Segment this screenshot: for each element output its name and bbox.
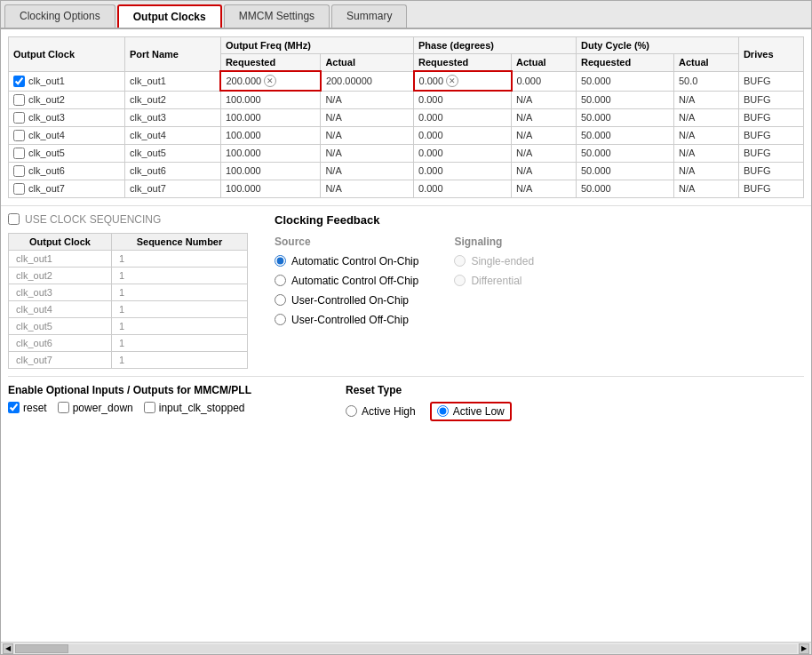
row1-output-clock: clk_out1 (9, 71, 125, 91)
row7-checkbox[interactable] (13, 183, 25, 195)
source-auto-on-chip: Automatic Control On-Chip (275, 255, 418, 268)
clock-table-section: Output Clock Port Name Output Freq (MHz)… (1, 29, 811, 202)
row2-duty-req: 50.000 (576, 91, 673, 108)
tab-clocking-options[interactable]: Clocking Options (4, 4, 115, 28)
row5-duty-actual: N/A (673, 144, 738, 162)
row4-port-name: clk_out4 (124, 126, 220, 144)
seq-col2-header: Sequence Number (111, 233, 247, 250)
row1-freq-req-cell[interactable]: 200.000 ✕ (220, 71, 320, 91)
reset-type-title: Reset Type (346, 384, 804, 396)
row4-drives: BUFG (738, 126, 803, 144)
row5-checkbox[interactable] (13, 148, 25, 159)
row4-freq-actual: N/A (321, 126, 414, 144)
signaling-label: Signaling (454, 236, 534, 248)
tab-summary[interactable]: Summary (331, 4, 407, 28)
row4-output-clock: clk_out4 (9, 126, 125, 144)
row2-drives: BUFG (738, 91, 803, 108)
row2-freq-req: 100.000 (220, 91, 320, 108)
horizontal-scrollbar: ◀ ▶ (1, 642, 811, 654)
seq-row: clk_out71 (9, 351, 248, 368)
col-sub-duty-req: Requested (576, 54, 673, 72)
col-sub-freq-req: Requested (220, 54, 320, 72)
row3-duty-actual: N/A (673, 108, 738, 126)
row1-phase-clear-icon[interactable]: ✕ (446, 75, 458, 87)
scroll-right-arrow[interactable]: ▶ (799, 643, 809, 654)
check-input-clk-stopped-input[interactable] (144, 402, 155, 413)
row3-freq-actual: N/A (321, 108, 414, 126)
row7-duty-req: 50.000 (576, 180, 673, 197)
signaling-single-ended-radio[interactable] (454, 255, 466, 267)
row6-checkbox[interactable] (13, 165, 25, 177)
bottom-section: USE CLOCK SEQUENCING Output Clock Sequen… (1, 205, 811, 376)
col-sub-phase-act: Actual (512, 54, 577, 72)
source-user-on-chip-radio[interactable] (275, 294, 286, 306)
row2-freq-actual: N/A (321, 91, 414, 108)
row2-duty-actual: N/A (673, 91, 738, 108)
optional-left: Enable Optional Inputs / Outputs for MMC… (8, 384, 346, 414)
reset-options: Active High Active Low (346, 402, 804, 421)
row4-phase-actual: N/A (512, 126, 577, 144)
row5-phase-req: 0.000 (414, 144, 512, 162)
col-header-drives: Drives (738, 37, 803, 72)
row4-checkbox[interactable] (13, 130, 25, 141)
scroll-left-arrow[interactable]: ◀ (3, 643, 13, 654)
row6-drives: BUFG (738, 162, 803, 180)
seq-row: clk_out51 (9, 317, 248, 334)
content-area: Output Clock Port Name Output Freq (MHz)… (1, 29, 811, 642)
source-radio-group: Automatic Control On-Chip Automatic Cont… (275, 255, 418, 326)
row4-duty-actual: N/A (673, 126, 738, 144)
table-row: clk_out3 clk_out3 100.000 N/A 0.000 N/A … (9, 108, 804, 126)
check-reset-input[interactable] (8, 402, 20, 413)
row7-freq-actual: N/A (321, 180, 414, 197)
row3-phase-actual: N/A (512, 108, 577, 126)
scroll-thumb[interactable] (15, 644, 68, 653)
source-auto-off-chip-radio[interactable] (275, 275, 286, 286)
optional-right: Reset Type Active High Active Low (346, 384, 804, 421)
reset-active-low-radio[interactable] (437, 405, 449, 417)
row1-freq-clear-icon[interactable]: ✕ (264, 75, 276, 87)
row5-port-name: clk_out5 (124, 144, 220, 162)
row1-phase-req-cell[interactable]: 0.000 ✕ (414, 71, 512, 91)
main-container: Clocking Options Output Clocks MMCM Sett… (0, 0, 812, 655)
seq-row: clk_out41 (9, 300, 248, 317)
check-reset: reset (8, 402, 47, 414)
optional-section: Enable Optional Inputs / Outputs for MMC… (1, 377, 811, 428)
use-clock-seq-checkbox[interactable] (8, 213, 20, 225)
row3-checkbox[interactable] (13, 112, 25, 124)
check-power-down-input[interactable] (58, 402, 69, 413)
reset-active-high-radio[interactable] (346, 405, 357, 417)
seq-table: Output Clock Sequence Number clk_out11 c… (8, 233, 248, 369)
row3-port-name: clk_out3 (124, 108, 220, 126)
row7-freq-req: 100.000 (220, 180, 320, 197)
row6-freq-req: 100.000 (220, 162, 320, 180)
signaling-differential-radio[interactable] (454, 275, 466, 286)
seq-col1-header: Output Clock (9, 233, 112, 250)
row6-phase-req: 0.000 (414, 162, 512, 180)
row5-freq-actual: N/A (321, 144, 414, 162)
clock-table: Output Clock Port Name Output Freq (MHz)… (8, 36, 804, 198)
col-header-output-freq: Output Freq (MHz) (220, 37, 413, 54)
check-input-clk-stopped: input_clk_stopped (144, 402, 245, 414)
source-user-off-chip-radio[interactable] (275, 314, 286, 325)
row7-phase-req: 0.000 (414, 180, 512, 197)
table-row: clk_out1 clk_out1 200.000 ✕ 200.00000 (9, 71, 804, 91)
seq-row: clk_out31 (9, 284, 248, 300)
source-col: Source Automatic Control On-Chip Automat… (275, 236, 418, 326)
check-power-down: power_down (58, 402, 133, 414)
table-row: clk_out4 clk_out4 100.000 N/A 0.000 N/A … (9, 126, 804, 144)
tab-output-clocks[interactable]: Output Clocks (117, 4, 222, 28)
col-sub-phase-req: Requested (414, 54, 512, 72)
row5-duty-req: 50.000 (576, 144, 673, 162)
signaling-single-ended: Single-ended (454, 255, 534, 268)
row1-checkbox[interactable] (13, 76, 25, 87)
row2-checkbox[interactable] (13, 94, 25, 106)
scroll-track[interactable] (15, 644, 797, 653)
reset-active-low: Active Low (437, 405, 505, 418)
source-auto-on-chip-radio[interactable] (275, 255, 286, 267)
col-sub-freq-act: Actual (321, 54, 414, 72)
tab-mmcm-settings[interactable]: MMCM Settings (224, 4, 330, 28)
table-row: clk_out2 clk_out2 100.000 N/A 0.000 N/A … (9, 91, 804, 108)
use-clock-seq-row: USE CLOCK SEQUENCING (8, 213, 257, 226)
row3-freq-req: 100.000 (220, 108, 320, 126)
row1-freq-actual: 200.00000 (321, 71, 414, 91)
